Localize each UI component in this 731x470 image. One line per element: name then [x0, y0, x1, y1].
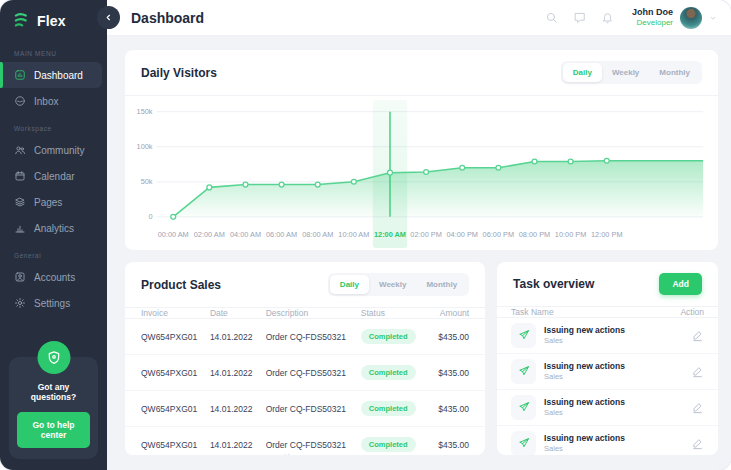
sidebar-item-inbox[interactable]: Inbox	[0, 88, 102, 114]
nav-section-main: MAIN MENU Dashboard Inbox	[0, 39, 107, 114]
brand-name: Flex	[37, 13, 66, 29]
daily-visitors-chart[interactable]: 050k100k150k00:00 AM02:00 AM04:00 AM06:0…	[125, 96, 718, 250]
add-task-button[interactable]: Add	[659, 273, 702, 295]
date-cell: 14.01.2022	[210, 332, 266, 342]
sidebar-item-community[interactable]: Community	[0, 137, 102, 163]
table-more-chevron-icon[interactable]	[283, 445, 291, 453]
visitors-tab-daily[interactable]: Daily	[563, 63, 602, 82]
sidebar-item-analytics[interactable]: Analytics	[0, 215, 102, 241]
status-badge: Completed	[361, 437, 416, 452]
table-row[interactable]: QW654PXG01 14.01.2022 Order CQ-FDS50321 …	[125, 319, 485, 355]
svg-text:0: 0	[148, 212, 152, 221]
logo: Flex	[0, 0, 107, 39]
send-icon	[518, 327, 530, 345]
nav-section-workspace: Workspace Community Calendar Pages	[0, 114, 107, 241]
visitors-period-tabs: Daily Weekly Monthly	[561, 61, 702, 84]
svg-text:06:00 PM: 06:00 PM	[483, 230, 515, 239]
invoice-cell: QW654PXG01	[141, 404, 210, 414]
user-name: John Doe	[632, 7, 673, 18]
table-row[interactable]: QW654PXG01 14.01.2022 Order CQ-FDS50321 …	[125, 355, 485, 391]
task-overview-title: Task overview	[513, 277, 594, 291]
status-badge: Completed	[361, 365, 416, 380]
sidebar-item-dashboard[interactable]: Dashboard	[0, 62, 102, 88]
svg-text:10:00 PM: 10:00 PM	[555, 230, 587, 239]
main-area: Dashboard John Doe Developer	[107, 0, 731, 470]
task-row: Issuing new actions Sales	[497, 318, 718, 354]
calendar-icon	[14, 170, 26, 182]
task-title: Issuing new actions	[544, 361, 625, 372]
description-cell: Order CQ-FDS50321	[266, 404, 361, 414]
topbar: Dashboard John Doe Developer	[107, 0, 731, 36]
sidebar-collapse-button[interactable]	[97, 6, 120, 29]
date-cell: 14.01.2022	[210, 368, 266, 378]
section-label: Workspace	[14, 125, 93, 132]
sidebar-item-accounts[interactable]: Accounts	[0, 264, 102, 290]
sales-table-body: QW654PXG01 14.01.2022 Order CQ-FDS50321 …	[125, 319, 485, 455]
task-row: Issuing new actions Sales	[497, 426, 718, 455]
table-row[interactable]: QW654PXG01 14.01.2022 Order CQ-FDS50321 …	[125, 391, 485, 427]
sidebar-item-calendar[interactable]: Calendar	[0, 163, 102, 189]
svg-text:08:00 AM: 08:00 AM	[302, 230, 333, 239]
sales-tab-daily[interactable]: Daily	[330, 275, 369, 294]
help-question: Got any questions?	[17, 382, 90, 402]
sidebar-item-settings[interactable]: Settings	[0, 290, 102, 316]
avatar	[680, 7, 702, 29]
content: Daily Visitors Daily Weekly Monthly	[107, 36, 731, 470]
shield-icon	[37, 341, 70, 374]
inbox-icon	[14, 95, 26, 107]
section-label: MAIN MENU	[14, 50, 93, 57]
daily-visitors-card: Daily Visitors Daily Weekly Monthly	[125, 50, 718, 250]
visitors-tab-monthly[interactable]: Monthly	[649, 63, 700, 82]
svg-text:12:00 PM: 12:00 PM	[591, 230, 623, 239]
task-overview-card: Task overview Add Task Name Action Issui	[497, 262, 718, 455]
invoice-cell: QW654PXG01	[141, 332, 210, 342]
task-row: Issuing new actions Sales	[497, 390, 718, 426]
svg-text:100k: 100k	[137, 142, 153, 151]
amount-cell: $435.00	[423, 332, 469, 342]
amount-cell: $435.00	[423, 440, 469, 450]
amount-cell: $435.00	[423, 404, 469, 414]
svg-text:04:00 PM: 04:00 PM	[446, 230, 478, 239]
invoice-cell: QW654PXG01	[141, 440, 210, 450]
nav-section-general: General Accounts Settings	[0, 241, 107, 316]
app-window: Flex MAIN MENU Dashboard Inbox Workspace	[0, 0, 731, 470]
svg-text:50k: 50k	[141, 177, 153, 186]
task-subtitle: Sales	[544, 408, 625, 418]
svg-text:150k: 150k	[137, 107, 153, 116]
dashboard-icon	[14, 69, 26, 81]
task-title: Issuing new actions	[544, 433, 625, 444]
user-menu[interactable]: John Doe Developer	[632, 7, 717, 29]
analytics-icon	[14, 222, 26, 234]
sidebar-item-pages[interactable]: Pages	[0, 189, 102, 215]
sales-table-header: Invoice Date Description Status Amount	[125, 307, 485, 319]
svg-text:04:00 AM: 04:00 AM	[230, 230, 261, 239]
visitors-tab-weekly[interactable]: Weekly	[602, 63, 649, 82]
search-icon[interactable]	[545, 11, 558, 24]
send-icon	[518, 363, 530, 381]
notifications-bell-icon[interactable]	[601, 11, 614, 24]
description-cell: Order CQ-FDS50321	[266, 332, 361, 342]
task-subtitle: Sales	[544, 372, 625, 382]
flex-logo-icon	[13, 12, 30, 29]
sales-tab-weekly[interactable]: Weekly	[369, 275, 416, 294]
settings-icon	[14, 297, 26, 309]
tasks-table-body: Issuing new actions Sales Issuing new ac…	[497, 318, 718, 455]
pages-icon	[14, 196, 26, 208]
sales-tab-monthly[interactable]: Monthly	[416, 275, 467, 294]
svg-text:00:00 AM: 00:00 AM	[158, 230, 189, 239]
edit-task-icon[interactable]	[691, 437, 704, 450]
date-cell: 14.01.2022	[210, 440, 266, 450]
task-row: Issuing new actions Sales	[497, 354, 718, 390]
section-label: General	[14, 252, 93, 259]
edit-task-icon[interactable]	[691, 401, 704, 414]
accounts-icon	[14, 271, 26, 283]
edit-task-icon[interactable]	[691, 329, 704, 342]
svg-text:02:00 PM: 02:00 PM	[410, 230, 442, 239]
svg-text:08:00 PM: 08:00 PM	[519, 230, 551, 239]
send-icon	[518, 435, 530, 453]
messages-icon[interactable]	[573, 11, 586, 24]
table-row[interactable]: QW654PXG01 14.01.2022 Order CQ-FDS50321 …	[125, 427, 485, 455]
chevron-down-icon	[709, 14, 717, 22]
help-center-button[interactable]: Go to help center	[17, 412, 90, 448]
edit-task-icon[interactable]	[691, 365, 704, 378]
